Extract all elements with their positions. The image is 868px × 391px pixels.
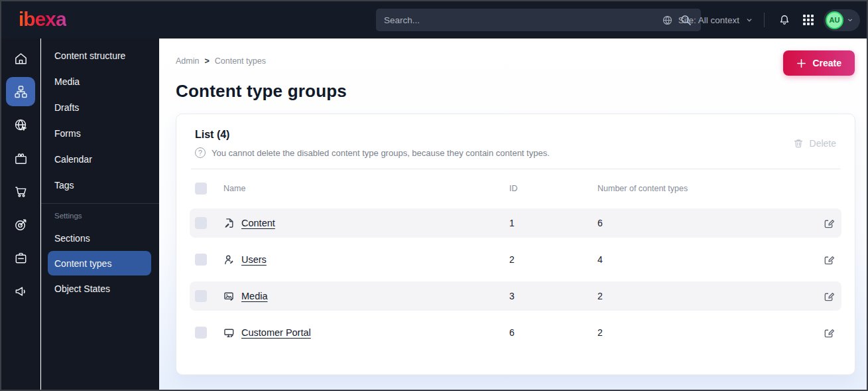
- ibexa-logo[interactable]: ibexa: [19, 8, 66, 31]
- main-content: Admin > Content types Create Content typ…: [159, 39, 867, 390]
- file-edit-icon: [223, 218, 235, 229]
- delete-button-label: Delete: [810, 138, 836, 149]
- breadcrumb-separator: >: [204, 56, 209, 66]
- table-row: Content 1 6: [190, 208, 841, 238]
- group-link[interactable]: Customer Portal: [241, 327, 311, 338]
- image-edit-icon: [223, 291, 235, 302]
- monitor-edit-icon: [223, 327, 235, 339]
- column-header-count: Number of content types: [597, 184, 823, 193]
- question-circle-icon: ?: [195, 147, 206, 158]
- sidebar-item-content-types[interactable]: Content types: [48, 251, 151, 275]
- card-divider: [191, 169, 840, 169]
- chevron-down-icon: [846, 16, 854, 24]
- edit-button[interactable]: [823, 327, 836, 339]
- sidebar-item-tags[interactable]: Tags: [41, 172, 159, 198]
- topbar-divider: [764, 13, 765, 27]
- list-title: List (4): [195, 129, 550, 141]
- site-context-selector[interactable]: Site: All context: [662, 15, 754, 26]
- page-header: Admin > Content types Create: [159, 39, 867, 76]
- sidebar-item-object-states[interactable]: Object States: [41, 275, 159, 301]
- row-checkbox[interactable]: [195, 254, 207, 266]
- row-checkbox[interactable]: [195, 217, 207, 229]
- topbar-controls: Site: All context: [662, 1, 860, 39]
- group-link[interactable]: Users: [241, 254, 267, 265]
- site-globe-icon[interactable]: [6, 110, 35, 139]
- group-count: 4: [597, 254, 823, 265]
- global-search: [376, 9, 701, 31]
- group-link[interactable]: Content: [241, 218, 275, 228]
- app-grid-icon[interactable]: [798, 10, 818, 30]
- user-menu[interactable]: AU: [824, 9, 860, 31]
- sidebar-item-drafts[interactable]: Drafts: [41, 94, 159, 120]
- group-link[interactable]: Media: [241, 291, 268, 301]
- row-checkbox[interactable]: [195, 290, 207, 302]
- breadcrumb-content-types: Content types: [215, 56, 266, 66]
- plus-icon: [796, 58, 806, 68]
- breadcrumb: Admin > Content types: [176, 56, 266, 66]
- product-catalog-icon[interactable]: [6, 143, 35, 173]
- group-count: 2: [597, 327, 823, 338]
- sidebar-item-calendar[interactable]: Calendar: [41, 146, 159, 172]
- group-id: 6: [509, 327, 597, 338]
- home-icon[interactable]: [6, 44, 35, 73]
- search-input[interactable]: [384, 15, 678, 25]
- create-button-label: Create: [812, 58, 841, 68]
- column-header-name: Name: [223, 184, 509, 193]
- commerce-cart-icon[interactable]: [6, 177, 35, 206]
- list-header: List (4) ? You cannot delete the disable…: [195, 129, 836, 158]
- sidebar-divider: [41, 203, 159, 204]
- breadcrumb-admin[interactable]: Admin: [176, 56, 199, 66]
- table-row: Media 3 2: [190, 281, 841, 311]
- content-tree-icon[interactable]: [6, 77, 35, 106]
- top-bar: ibexa Site: All context: [1, 1, 867, 39]
- nav-rail: [1, 39, 40, 390]
- badge-icon[interactable]: [6, 243, 35, 272]
- select-all-checkbox[interactable]: [195, 183, 207, 195]
- row-checkbox[interactable]: [195, 327, 207, 339]
- group-id: 2: [509, 254, 597, 265]
- group-count: 2: [597, 291, 823, 301]
- trash-icon: [793, 138, 804, 149]
- personalization-target-icon[interactable]: [6, 210, 35, 239]
- sidebar-item-forms[interactable]: Forms: [41, 120, 159, 146]
- sidebar-item-media[interactable]: Media: [41, 68, 159, 94]
- delete-button[interactable]: Delete: [793, 138, 836, 149]
- table-row: Users 2 4: [190, 245, 841, 274]
- group-id: 1: [509, 218, 597, 228]
- content-type-groups-card: List (4) ? You cannot delete the disable…: [176, 114, 855, 375]
- sidebar-item-sections[interactable]: Sections: [41, 225, 159, 251]
- list-info: ? You cannot delete the disabled content…: [195, 147, 550, 158]
- globe-icon: [662, 15, 673, 26]
- app-window: ibexa Site: All context: [0, 0, 868, 391]
- edit-button[interactable]: [823, 217, 836, 230]
- avatar: AU: [826, 11, 843, 29]
- column-header-id: ID: [509, 184, 597, 193]
- sidebar-item-content-structure[interactable]: Content structure: [41, 42, 159, 68]
- table-row: Customer Portal 6 2: [190, 318, 841, 347]
- chevron-down-icon: [745, 15, 754, 25]
- sidebar-menu: Content structure Media Drafts Forms Cal…: [41, 39, 159, 390]
- group-count: 6: [597, 218, 823, 228]
- edit-button[interactable]: [823, 254, 836, 266]
- group-id: 3: [509, 291, 597, 301]
- create-button[interactable]: Create: [783, 50, 855, 76]
- page-title: Content type groups: [176, 81, 867, 102]
- user-edit-icon: [223, 254, 235, 266]
- sidebar-section-settings: Settings: [41, 209, 159, 225]
- list-info-text: You cannot delete the disabled content t…: [212, 148, 550, 158]
- site-context-label: Site: All context: [678, 15, 739, 25]
- notifications-bell-icon[interactable]: [775, 10, 794, 30]
- table-header: Name ID Number of content types: [195, 176, 836, 201]
- megaphone-icon[interactable]: [6, 276, 35, 305]
- edit-button[interactable]: [823, 290, 836, 303]
